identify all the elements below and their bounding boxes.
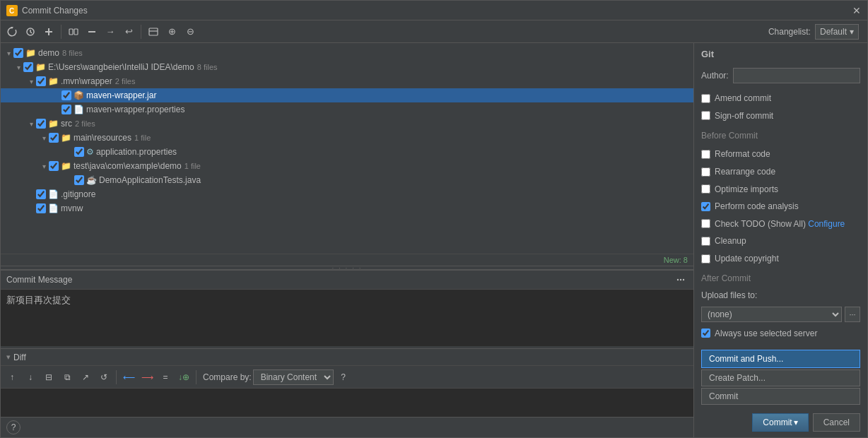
wrapper-checkbox[interactable] xyxy=(36,76,46,86)
diff-section: ▾ Diff ↑ ↓ ⊟ ⧉ ↗ ↺ ⟵ ⟶ = ↓⊕ xyxy=(1,348,693,417)
commit-simple-button[interactable]: Commit xyxy=(701,388,860,405)
diff-down-btn[interactable]: ↓⊕ xyxy=(175,369,192,386)
wrapper-count: 2 files xyxy=(115,77,136,85)
cancel-button[interactable]: Cancel xyxy=(813,413,860,432)
author-input[interactable] xyxy=(733,68,860,83)
sign-off-checkbox[interactable] xyxy=(701,111,710,120)
changelist-area: Changelist: Default ▾ xyxy=(768,24,864,40)
jar-name: maven-wrapper.jar xyxy=(86,90,156,100)
diff-right-btn[interactable]: ⟶ xyxy=(139,369,156,386)
update-button[interactable] xyxy=(22,23,39,40)
tree-main-resources[interactable]: ▾ 📁 main\resources 1 file xyxy=(1,131,693,145)
tree-test-folder[interactable]: ▾ 📁 test\java\com\example\demo 1 file xyxy=(1,159,693,173)
demotest-checkbox[interactable] xyxy=(74,175,84,185)
path-checkbox[interactable] xyxy=(23,62,33,72)
tree-maven-props[interactable]: 📄 maven-wrapper.properties xyxy=(1,102,693,117)
gitignore-checkbox[interactable] xyxy=(36,189,46,199)
optimize-label[interactable]: Optimize imports xyxy=(715,184,778,194)
cleanup-checkbox[interactable] xyxy=(701,237,710,246)
commit-and-push-button[interactable]: Commit and Push... xyxy=(701,350,860,368)
commit-message-options[interactable] xyxy=(674,273,688,287)
show-diff-button[interactable] xyxy=(145,23,162,40)
mvnw-checkbox[interactable] xyxy=(36,203,46,213)
refresh-button[interactable] xyxy=(4,23,20,40)
close-button[interactable]: ✕ xyxy=(852,6,862,16)
amend-commit-checkbox[interactable] xyxy=(701,94,710,103)
changelist-dropdown[interactable]: Default ▾ xyxy=(815,24,859,40)
add-button[interactable] xyxy=(40,23,57,40)
optimize-checkbox[interactable] xyxy=(701,184,710,194)
commit-main-button[interactable]: Commit ▾ xyxy=(752,413,808,432)
diff-toggle-btn[interactable]: ⊟ xyxy=(40,369,57,386)
src-checkbox[interactable] xyxy=(36,119,46,129)
tree-demo-test[interactable]: ☕ DemoApplicationTests.java xyxy=(1,173,693,187)
always-use-server-checkbox[interactable] xyxy=(701,328,710,338)
diff-equals-btn[interactable]: = xyxy=(157,369,174,386)
create-patch-button[interactable]: Create Patch... xyxy=(701,369,860,386)
reformat-label[interactable]: Reformat code xyxy=(715,149,770,159)
update-copyright-label[interactable]: Update copyright xyxy=(715,254,779,264)
tree-src[interactable]: ▾ 📁 src 2 files xyxy=(1,117,693,131)
check-todo-checkbox[interactable] xyxy=(701,219,710,228)
perform-code-label[interactable]: Perform code analysis xyxy=(715,201,799,211)
reformat-checkbox[interactable] xyxy=(701,150,710,159)
appprops-icon: ⚙ xyxy=(86,147,94,157)
revert-button[interactable]: ↩ xyxy=(120,23,137,40)
diff-help-btn[interactable]: ? xyxy=(335,369,352,386)
git-title: Git xyxy=(701,49,860,59)
rearrange-label[interactable]: Rearrange code xyxy=(715,167,775,177)
perform-code-checkbox[interactable] xyxy=(701,202,710,211)
diff-prev-btn[interactable]: ↑ xyxy=(4,369,20,386)
tree-application-props[interactable]: ⚙ application.properties xyxy=(1,145,693,159)
remove-button[interactable] xyxy=(83,23,100,40)
sign-off-label[interactable]: Sign-off commit xyxy=(715,111,773,121)
diff-toolbar: ↑ ↓ ⊟ ⧉ ↗ ↺ ⟵ ⟶ = ↓⊕ Compare by: xyxy=(1,366,693,389)
test-count: 1 file xyxy=(184,162,201,170)
upload-more-btn[interactable]: ··· xyxy=(845,307,860,322)
resources-folder-icon: 📁 xyxy=(61,133,71,143)
mvnw-icon: 📄 xyxy=(48,203,59,213)
tree-root[interactable]: ▾ 📁 demo 8 files xyxy=(1,46,693,60)
help-button[interactable]: ? xyxy=(6,420,20,434)
diff-next-btn[interactable]: ↓ xyxy=(22,369,39,386)
compare-by-select[interactable]: Binary Content xyxy=(253,369,334,385)
expand-button[interactable]: ⊕ xyxy=(163,23,180,40)
cleanup-label[interactable]: Cleanup xyxy=(715,236,746,246)
tree-path[interactable]: ▾ 📁 E:\Users\wangbeier\IntelliJ IDEA\dem… xyxy=(1,60,693,74)
root-checkbox[interactable] xyxy=(13,48,23,58)
tree-gitignore[interactable]: 📄 .gitignore xyxy=(1,187,693,201)
diff-title: Diff xyxy=(13,353,26,362)
upload-label: Upload files to: xyxy=(701,290,860,300)
diff-open-btn[interactable]: ↗ xyxy=(77,369,94,386)
jar-checkbox[interactable] xyxy=(61,90,71,100)
commit-message-input[interactable]: 新项目再次提交 xyxy=(1,290,693,346)
upload-select[interactable]: (none) xyxy=(701,307,842,322)
rearrange-checkbox[interactable] xyxy=(701,167,710,177)
appprops-checkbox[interactable] xyxy=(74,147,84,157)
update-copyright-checkbox[interactable] xyxy=(701,254,710,264)
always-use-server-label[interactable]: Always use selected server xyxy=(715,328,817,338)
collapse-button[interactable]: ⊖ xyxy=(182,23,199,40)
resources-checkbox[interactable] xyxy=(49,133,59,143)
amend-commit-label[interactable]: Amend commit xyxy=(715,93,771,103)
svg-point-11 xyxy=(677,279,679,280)
changelist-value: Default xyxy=(820,27,847,37)
diff-button[interactable] xyxy=(65,23,82,40)
tree-wrapper-folder[interactable]: ▾ 📁 .mvn\wrapper 2 files xyxy=(1,74,693,88)
move-button[interactable]: → xyxy=(102,23,119,40)
check-todo-label[interactable]: Check TODO (Show All) Configure xyxy=(715,219,845,229)
configure-link[interactable]: Configure xyxy=(808,219,845,229)
resources-count: 1 file xyxy=(134,134,151,142)
tree-mvnw[interactable]: 📄 mvnw xyxy=(1,201,693,215)
wrapper-arrow-icon: ▾ xyxy=(26,78,36,85)
diff-copy-btn[interactable]: ⧉ xyxy=(59,369,76,386)
src-count: 2 files xyxy=(75,119,95,128)
diff-left-btn[interactable]: ⟵ xyxy=(120,369,137,386)
test-checkbox[interactable] xyxy=(49,161,59,171)
props-checkbox[interactable] xyxy=(61,105,71,114)
file-tree[interactable]: ▾ 📁 demo 8 files ▾ 📁 E:\Users\wangbeier\… xyxy=(1,43,693,254)
tree-maven-jar[interactable]: 📦 maven-wrapper.jar xyxy=(1,88,693,102)
wrapper-name: .mvn\wrapper xyxy=(61,76,112,86)
compare-by-label: Compare by: xyxy=(203,372,252,382)
diff-refresh-btn[interactable]: ↺ xyxy=(95,369,112,386)
